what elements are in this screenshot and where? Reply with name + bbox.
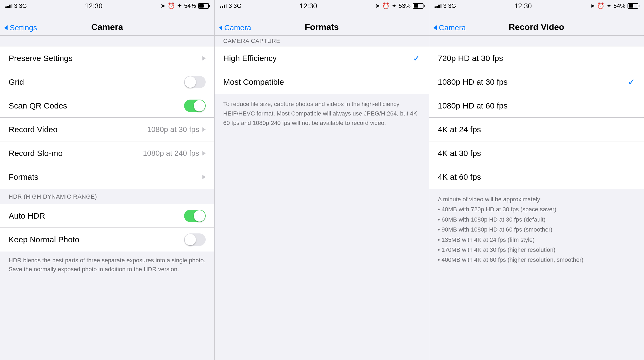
4k-60-label: 4K at 60 fps bbox=[438, 172, 635, 182]
time-2: 12:30 bbox=[300, 2, 317, 10]
back-label-2: Camera bbox=[224, 23, 251, 32]
scan-qr-item[interactable]: Scan QR Codes bbox=[0, 94, 214, 118]
camera-panel: 3 3G 12:30 ➤ ⏰ ✦ 54% Settings Camera Pre… bbox=[0, 0, 215, 360]
bluetooth-icon-3: ✦ bbox=[606, 2, 611, 9]
chevron-left-icon-1 bbox=[4, 25, 8, 30]
record-slomo-label: Record Slo-mo bbox=[9, 149, 143, 158]
nav-bar-3: Camera Record Video bbox=[429, 12, 644, 36]
alarm-icon-3: ⏰ bbox=[597, 2, 604, 9]
signal-icon-3 bbox=[435, 4, 442, 8]
chevron-right-icon bbox=[202, 56, 206, 60]
record-video-chevron bbox=[202, 127, 206, 132]
battery-icon-1 bbox=[198, 3, 209, 9]
formats-label: Formats bbox=[9, 172, 202, 182]
video-info-box: A minute of video will be approximately:… bbox=[429, 189, 644, 270]
high-efficiency-option[interactable]: High Efficiency ✓ bbox=[215, 46, 429, 70]
4k-24-label: 4K at 24 fps bbox=[438, 125, 635, 134]
1080p-30-checkmark: ✓ bbox=[628, 77, 635, 87]
back-button-2[interactable]: Camera bbox=[215, 23, 251, 32]
record-video-panel: 3 3G 12:30 ➤ ⏰ ✦ 54% Camera Record Video… bbox=[429, 0, 644, 360]
formats-chevron bbox=[202, 175, 206, 179]
auto-hdr-label: Auto HDR bbox=[9, 211, 184, 220]
most-compatible-label: Most Compatible bbox=[223, 77, 420, 87]
nav-title-3: Record Video bbox=[509, 22, 564, 32]
battery-icon-3 bbox=[628, 3, 638, 9]
status-bar-3: 3 3G 12:30 ➤ ⏰ ✦ 54% bbox=[429, 0, 644, 12]
format-description-text: To reduce file size, capture photos and … bbox=[223, 99, 420, 128]
record-video-item[interactable]: Record Video 1080p at 30 fps bbox=[0, 118, 214, 141]
nav-title-2: Formats bbox=[305, 22, 339, 32]
back-label-3: Camera bbox=[439, 23, 466, 32]
keep-normal-photo-item[interactable]: Keep Normal Photo bbox=[0, 228, 214, 252]
network-type-3: 3G bbox=[448, 2, 456, 9]
video-options-group: 720p HD at 30 fps 1080p HD at 30 fps ✓ 1… bbox=[429, 46, 644, 189]
auto-hdr-item[interactable]: Auto HDR bbox=[0, 204, 214, 228]
preserve-settings-label: Preserve Settings bbox=[9, 54, 202, 63]
battery-percent-1: 54% bbox=[184, 2, 196, 9]
most-compatible-option[interactable]: Most Compatible bbox=[215, 70, 429, 94]
720p-label: 720p HD at 30 fps bbox=[438, 54, 635, 63]
toggle-knob-qr bbox=[194, 100, 205, 111]
status-right-1: ➤ ⏰ ✦ 54% bbox=[161, 2, 209, 9]
status-right-3: ➤ ⏰ ✦ 54% bbox=[590, 2, 638, 9]
scan-qr-toggle[interactable] bbox=[184, 100, 206, 112]
grid-toggle[interactable] bbox=[184, 76, 206, 88]
top-strip-1 bbox=[0, 36, 214, 46]
keep-normal-photo-label: Keep Normal Photo bbox=[9, 235, 184, 244]
record-slomo-chevron bbox=[202, 151, 206, 155]
high-efficiency-checkmark: ✓ bbox=[413, 53, 420, 63]
nav-bar-2: Camera Formats bbox=[215, 12, 429, 36]
grid-item[interactable]: Grid bbox=[0, 70, 214, 94]
signal-icon-1 bbox=[5, 4, 12, 8]
keep-normal-toggle[interactable] bbox=[184, 233, 206, 246]
4k-60-option[interactable]: 4K at 60 fps bbox=[429, 165, 644, 189]
4k-30-label: 4K at 30 fps bbox=[438, 149, 635, 158]
location-icon-2: ➤ bbox=[375, 2, 380, 9]
record-slomo-item[interactable]: Record Slo-mo 1080p at 240 fps bbox=[0, 141, 214, 165]
record-video-label: Record Video bbox=[9, 125, 147, 134]
alarm-icon-1: ⏰ bbox=[168, 2, 175, 9]
preserve-settings-item[interactable]: Preserve Settings bbox=[0, 46, 214, 70]
top-strip-2: CAMERA CAPTURE bbox=[215, 36, 429, 46]
network-text-3: 3 bbox=[443, 2, 446, 9]
formats-item[interactable]: Formats bbox=[0, 165, 214, 189]
bluetooth-icon-1: ✦ bbox=[177, 2, 182, 9]
back-button-3[interactable]: Camera bbox=[429, 23, 466, 32]
status-left-1: 3 3G bbox=[5, 2, 27, 9]
record-video-content: 720p HD at 30 fps 1080p HD at 30 fps ✓ 1… bbox=[429, 36, 644, 360]
top-strip-3 bbox=[429, 36, 644, 46]
location-icon-1: ➤ bbox=[161, 2, 165, 9]
status-bar-2: 3 3G 12:30 ➤ ⏰ ✦ 53% bbox=[215, 0, 429, 12]
hdr-info-text: HDR blends the best parts of three separ… bbox=[0, 252, 214, 278]
record-video-value: 1080p at 30 fps bbox=[147, 125, 199, 134]
auto-hdr-toggle[interactable] bbox=[184, 210, 206, 222]
camera-capture-header: CAMERA CAPTURE bbox=[223, 38, 280, 45]
1080p-60-option[interactable]: 1080p HD at 60 fps bbox=[429, 94, 644, 118]
location-icon-3: ➤ bbox=[590, 2, 595, 9]
high-efficiency-label: High Efficiency bbox=[223, 54, 413, 63]
format-options-group: High Efficiency ✓ Most Compatible bbox=[215, 46, 429, 94]
4k-30-option[interactable]: 4K at 30 fps bbox=[429, 141, 644, 165]
back-button-1[interactable]: Settings bbox=[0, 23, 37, 32]
toggle-knob bbox=[185, 76, 196, 88]
1080p-60-label: 1080p HD at 60 fps bbox=[438, 101, 635, 110]
status-bar-1: 3 3G 12:30 ➤ ⏰ ✦ 54% bbox=[0, 0, 214, 12]
1080p-30-label: 1080p HD at 30 fps bbox=[438, 77, 628, 87]
battery-percent-3: 54% bbox=[614, 2, 625, 9]
1080p-30-option[interactable]: 1080p HD at 30 fps ✓ bbox=[429, 70, 644, 94]
record-slomo-value: 1080p at 240 fps bbox=[143, 149, 199, 158]
video-info-text: A minute of video will be approximately:… bbox=[438, 194, 635, 265]
formats-panel: 3 3G 12:30 ➤ ⏰ ✦ 53% Camera Formats CAME… bbox=[215, 0, 429, 360]
network-text-2: 3 bbox=[229, 2, 232, 9]
hdr-section-header: HDR (HIGH DYNAMIC RANGE) bbox=[9, 193, 97, 200]
time-1: 12:30 bbox=[85, 2, 103, 10]
formats-content: CAMERA CAPTURE High Efficiency ✓ Most Co… bbox=[215, 36, 429, 360]
signal-icon-2 bbox=[220, 4, 227, 8]
grid-label: Grid bbox=[9, 77, 184, 87]
format-description-box: To reduce file size, capture photos and … bbox=[215, 94, 429, 133]
camera-content: Preserve Settings Grid Scan QR Codes Rec… bbox=[0, 36, 214, 360]
nav-title-1: Camera bbox=[91, 22, 123, 32]
720p-option[interactable]: 720p HD at 30 fps bbox=[429, 46, 644, 70]
scan-qr-label: Scan QR Codes bbox=[9, 101, 184, 110]
4k-24-option[interactable]: 4K at 24 fps bbox=[429, 118, 644, 141]
